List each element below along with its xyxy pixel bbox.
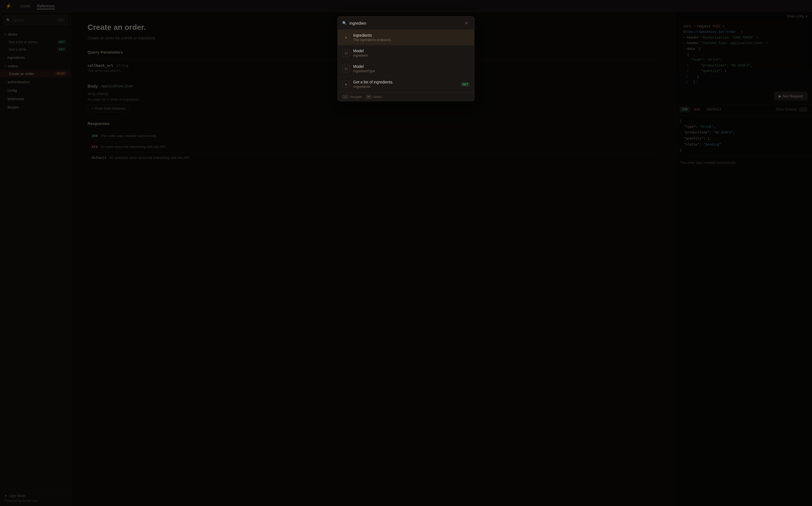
result-badge-get: GET bbox=[461, 82, 470, 86]
search-footer: ↑↓ Navigate ↵ Select bbox=[338, 92, 474, 101]
result-icon-grid: ⊞ bbox=[342, 34, 350, 41]
search-input-row: 🔍 ✕ bbox=[338, 17, 474, 30]
footer-navigate: ↑↓ Navigate bbox=[342, 95, 362, 99]
result-icon-grid2: ⊞ bbox=[342, 80, 350, 88]
search-result-model-ingredient[interactable]: {} Model Ingredient bbox=[338, 46, 474, 61]
result-subtitle-4: /ingredients bbox=[353, 85, 458, 89]
result-content-4: Get a list of ingredients. /ingredients bbox=[353, 80, 458, 89]
result-content-1: ingredients The ingredients endpoints. bbox=[353, 33, 470, 42]
result-subtitle-1: The ingredients endpoints. bbox=[353, 38, 470, 42]
select-label: Select bbox=[373, 95, 382, 98]
search-clear-button[interactable]: ✕ bbox=[463, 20, 470, 26]
result-title-2: Model bbox=[353, 49, 470, 53]
result-content-2: Model Ingredient bbox=[353, 49, 470, 58]
search-results: ⊞ ingredients The ingredients endpoints.… bbox=[338, 30, 474, 92]
result-subtitle-2: Ingredient bbox=[353, 54, 470, 58]
result-subtitle-3: IngredientType bbox=[353, 69, 470, 73]
search-overlay[interactable]: 🔍 ✕ ⊞ ingredients The ingredients endpoi… bbox=[0, 0, 812, 506]
result-title-4: Get a list of ingredients. bbox=[353, 80, 458, 84]
result-title-3: Model bbox=[353, 64, 470, 69]
result-icon-braces1: {} bbox=[342, 49, 350, 57]
search-result-ingredients-group[interactable]: ⊞ ingredients The ingredients endpoints. bbox=[338, 30, 474, 46]
search-modal: 🔍 ✕ ⊞ ingredients The ingredients endpoi… bbox=[338, 16, 474, 101]
result-icon-braces2: {} bbox=[342, 65, 350, 73]
search-modal-input[interactable] bbox=[349, 21, 460, 25]
navigate-label: Navigate bbox=[350, 95, 362, 98]
result-content-3: Model IngredientType bbox=[353, 64, 470, 73]
navigate-keys-kbd: ↑↓ bbox=[342, 95, 348, 99]
search-result-get-ingredients[interactable]: ⊞ Get a list of ingredients. /ingredient… bbox=[338, 77, 474, 92]
footer-select: ↵ Select bbox=[366, 95, 382, 99]
search-modal-icon: 🔍 bbox=[342, 21, 347, 25]
search-result-model-ingredient-type[interactable]: {} Model IngredientType bbox=[338, 61, 474, 77]
result-title-1: ingredients bbox=[353, 33, 470, 37]
select-key-kbd: ↵ bbox=[366, 95, 372, 99]
